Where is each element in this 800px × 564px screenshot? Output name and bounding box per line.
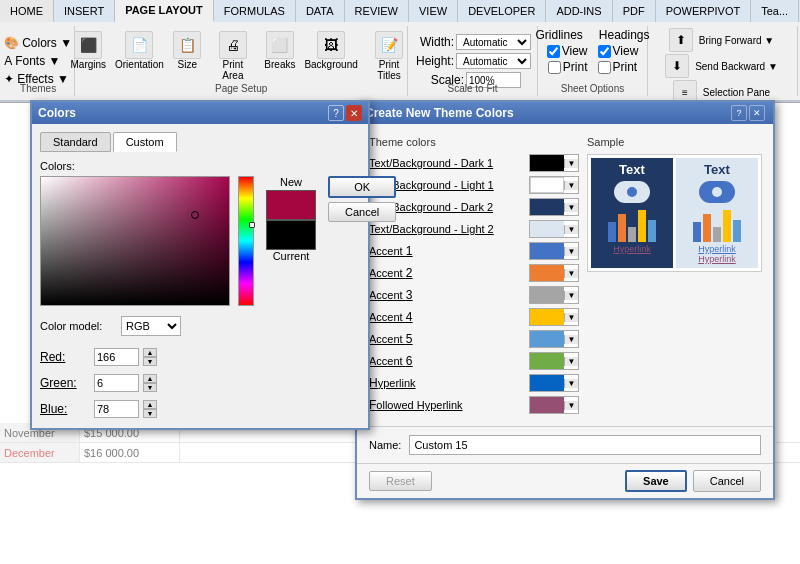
red-input[interactable] xyxy=(94,348,139,366)
width-select[interactable]: Automatic xyxy=(456,34,531,50)
red-row: Red: ▲ ▼ xyxy=(40,348,254,366)
ribbon-content: 🎨 Colors ▼ A Fonts ▼ ✦ Effects ▼ Themes xyxy=(0,22,800,102)
sample-light-oval xyxy=(699,181,735,203)
tab-add-ins[interactable]: ADD-INS xyxy=(546,0,612,22)
bring-forward-button[interactable]: Bring Forward ▼ xyxy=(697,34,776,47)
tab-page-layout[interactable]: PAGE LAYOUT xyxy=(115,0,214,22)
blue-spinner[interactable]: ▲ ▼ xyxy=(143,400,157,418)
gridlines-view-label: View xyxy=(562,44,588,58)
theme-color-btn-7[interactable]: ▼ xyxy=(529,308,579,326)
gridlines-view-check[interactable] xyxy=(547,45,560,58)
sample-title: Sample xyxy=(587,136,762,148)
print-area-button[interactable]: 🖨 Print Area xyxy=(209,28,258,84)
tab-developer[interactable]: DEVELOPER xyxy=(458,0,546,22)
theme-color-btn-3[interactable]: ▼ xyxy=(529,220,579,238)
orientation-button[interactable]: 📄 Orientation xyxy=(113,28,166,73)
theme-row-3: Text/Background - Light 2 ▼ xyxy=(369,220,579,238)
breaks-button[interactable]: ⬜ Breaks xyxy=(261,28,298,73)
background-button[interactable]: 🖼 Background xyxy=(303,28,360,73)
colors-tab-custom[interactable]: Custom xyxy=(113,132,177,152)
ribbon-tabs: HOME INSERT PAGE LAYOUT FORMULAS DATA RE… xyxy=(0,0,800,22)
theme-color-btn-4[interactable]: ▼ xyxy=(529,242,579,260)
theme-save-button[interactable]: Save xyxy=(625,470,687,492)
colors-dialog-close-button[interactable]: ✕ xyxy=(346,105,362,121)
color-picker-gradient[interactable] xyxy=(40,176,230,306)
tab-insert[interactable]: INSERT xyxy=(54,0,115,22)
theme-color-btn-1[interactable]: ▼ xyxy=(529,176,579,194)
blue-spin-up[interactable]: ▲ xyxy=(143,400,157,409)
send-backward-button[interactable]: Send Backward ▼ xyxy=(693,60,780,73)
theme-dialog-title: Create New Theme Colors xyxy=(365,106,514,120)
print-titles-button[interactable]: 📝 Print Titles xyxy=(364,28,415,84)
red-spin-down[interactable]: ▼ xyxy=(143,357,157,366)
selection-pane-button[interactable]: Selection Pane xyxy=(701,86,772,99)
theme-color-btn-5[interactable]: ▼ xyxy=(529,264,579,282)
name-label: Name: xyxy=(369,439,401,451)
sample-light-text: Text xyxy=(704,162,730,177)
blue-spin-down[interactable]: ▼ xyxy=(143,409,157,418)
ribbon: HOME INSERT PAGE LAYOUT FORMULAS DATA RE… xyxy=(0,0,800,103)
gridlines-print-check[interactable] xyxy=(548,61,561,74)
colors-ok-button[interactable]: OK xyxy=(328,176,396,198)
green-spin-down[interactable]: ▼ xyxy=(143,383,157,392)
tab-tea[interactable]: Tea... xyxy=(751,0,799,22)
blue-label: Blue: xyxy=(40,402,90,416)
theme-cancel-button[interactable]: Cancel xyxy=(693,470,761,492)
cell-dec-amount: $16 000.00 xyxy=(80,443,180,462)
theme-color-btn-10[interactable]: ▼ xyxy=(529,374,579,392)
gridlines-header: Gridlines xyxy=(535,28,582,42)
theme-name-input[interactable] xyxy=(409,435,761,455)
theme-reset-button[interactable]: Reset xyxy=(369,471,432,491)
theme-label-0[interactable]: Text/Background - Dark 1 xyxy=(369,157,529,169)
theme-color-btn-11[interactable]: ▼ xyxy=(529,396,579,414)
themes-fonts-label: Fonts ▼ xyxy=(15,54,60,68)
themes-colors-button[interactable]: 🎨 Colors ▼ xyxy=(2,35,74,51)
color-model-select[interactable]: RGB xyxy=(121,316,181,336)
green-spin-up[interactable]: ▲ xyxy=(143,374,157,383)
colors-tab-standard[interactable]: Standard xyxy=(40,132,111,152)
colors-dialog-help-button[interactable]: ? xyxy=(328,105,344,121)
tab-home[interactable]: HOME xyxy=(0,0,54,22)
theme-color-btn-2[interactable]: ▼ xyxy=(529,198,579,216)
theme-dialog-titlebar: Create New Theme Colors ? ✕ xyxy=(357,102,773,124)
green-row: Green: ▲ ▼ xyxy=(40,374,254,392)
height-select[interactable]: Automatic xyxy=(456,53,531,69)
sample-dark-hyperlink: Hyperlink xyxy=(613,244,651,254)
tab-review[interactable]: REVIEW xyxy=(345,0,409,22)
theme-row-0: Text/Background - Dark 1 ▼ xyxy=(369,154,579,172)
ribbon-group-scale: Width: Automatic Height: Automatic Scale… xyxy=(408,26,538,96)
theme-color-btn-6[interactable]: ▼ xyxy=(529,286,579,304)
tab-formulas[interactable]: FORMULAS xyxy=(214,0,296,22)
sample-light-panel: Text Hyperlink Hyperlink xyxy=(676,158,758,268)
theme-row-8: Accent 5 ▼ xyxy=(369,330,579,348)
hue-bar[interactable] xyxy=(238,176,254,306)
themes-fonts-button[interactable]: A Fonts ▼ xyxy=(2,53,74,69)
red-spinner[interactable]: ▲ ▼ xyxy=(143,348,157,366)
tab-powerpivot[interactable]: POWERPIVOT xyxy=(656,0,752,22)
green-spinner[interactable]: ▲ ▼ xyxy=(143,374,157,392)
headings-view-check[interactable] xyxy=(598,45,611,58)
blue-input[interactable] xyxy=(94,400,139,418)
sample-light-bars xyxy=(693,207,741,242)
colors-cancel-button[interactable]: Cancel xyxy=(328,202,396,222)
themes-group-label: Themes xyxy=(2,83,74,94)
size-button[interactable]: 📋 Size xyxy=(170,28,205,73)
theme-color-btn-8[interactable]: ▼ xyxy=(529,330,579,348)
tab-pdf[interactable]: PDF xyxy=(613,0,656,22)
cell-december: December xyxy=(0,443,80,462)
theme-color-btn-0[interactable]: ▼ xyxy=(529,154,579,172)
red-spin-up[interactable]: ▲ xyxy=(143,348,157,357)
sample-dark-oval xyxy=(614,181,650,203)
margins-button[interactable]: ⬛ Margins xyxy=(68,28,109,73)
tab-view[interactable]: VIEW xyxy=(409,0,458,22)
tab-data[interactable]: DATA xyxy=(296,0,345,22)
theme-dialog-help-button[interactable]: ? xyxy=(731,105,747,121)
sample-section: Sample Text Hyperlink xyxy=(587,136,762,418)
theme-footer-right: Save Cancel xyxy=(625,470,761,492)
colors-dialog-titlebar: Colors ? ✕ xyxy=(32,102,368,124)
headings-print-check[interactable] xyxy=(598,61,611,74)
theme-color-btn-9[interactable]: ▼ xyxy=(529,352,579,370)
theme-dialog-close-button[interactable]: ✕ xyxy=(749,105,765,121)
theme-row-9: Accent 6 ▼ xyxy=(369,352,579,370)
green-input[interactable] xyxy=(94,374,139,392)
